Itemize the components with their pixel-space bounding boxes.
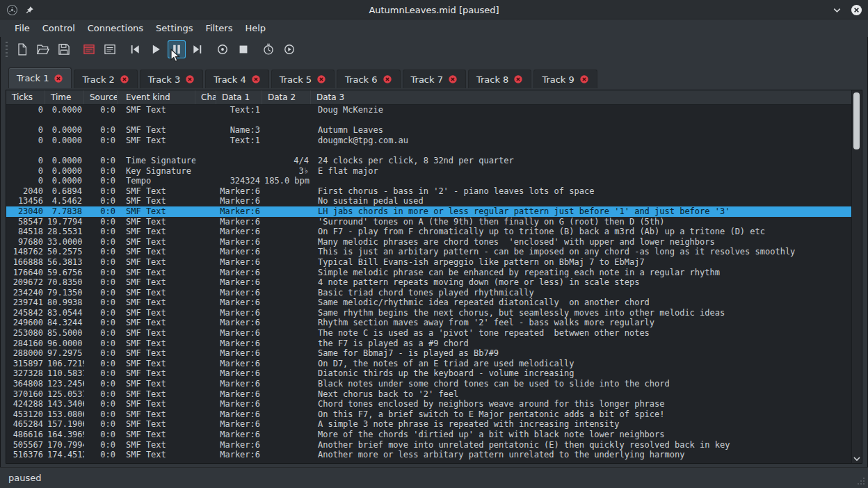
- table-row[interactable]: [6, 115, 852, 126]
- table-row[interactable]: 00.00000:0Key Signature3♭E flat major: [6, 166, 852, 177]
- cell: 0:0: [84, 379, 118, 389]
- tab-track-2[interactable]: Track 2: [74, 70, 137, 88]
- table-row[interactable]: 20967270.83500:0SMF TextMarker:64 note p…: [6, 277, 852, 288]
- column-header-data-1[interactable]: Data 1: [216, 90, 262, 104]
- cell: SMF Text: [118, 328, 195, 339]
- column-header-data-3[interactable]: Data 3: [311, 90, 852, 104]
- tab-close-icon[interactable]: [448, 74, 458, 84]
- window-title: AutumnLeaves.mid [paused]: [0, 5, 868, 15]
- table-row[interactable]: 20400.68940:0SMF TextMarker:6First choru…: [6, 186, 852, 197]
- tab-track-7[interactable]: Track 7: [403, 70, 466, 88]
- menu-file[interactable]: File: [8, 20, 36, 36]
- close-button[interactable]: [850, 3, 862, 16]
- table-row[interactable]: 453120153.08060:0SMF TextMarker:6On this…: [6, 409, 852, 420]
- tab-close-icon[interactable]: [54, 74, 63, 83]
- tab-track-1[interactable]: Track 1: [8, 67, 72, 88]
- save-button[interactable]: [55, 40, 73, 58]
- table-row[interactable]: 9768033.00000:0SMF TextMarker:6Many melo…: [6, 237, 852, 247]
- skip-backward-button[interactable]: [126, 40, 144, 58]
- table-row[interactable]: 00.00000:0Tempo324324185.0 bpm: [6, 176, 852, 186]
- column-header-chan[interactable]: Chan: [195, 90, 216, 104]
- vertical-scrollbar[interactable]: [851, 90, 862, 463]
- table-row[interactable]: 28416096.00000:0SMF TextMarker:6the F7 i…: [6, 339, 852, 349]
- table-row[interactable]: 23974180.99380:0SMF TextMarker:6Same mel…: [6, 298, 852, 308]
- menu-connections[interactable]: Connections: [81, 20, 150, 36]
- table-row[interactable]: 465284157.19060:0SMF TextMarker:6A simpl…: [6, 419, 852, 430]
- table-row[interactable]: 17664059.67560:0SMF TextMarker:6Simple m…: [6, 268, 852, 278]
- new-file-button[interactable]: [13, 40, 31, 58]
- cell: [262, 389, 311, 400]
- scrollbar-down-arrow-icon[interactable]: [853, 455, 861, 462]
- table-row[interactable]: 00.00000:0SMF TextName:3Autumn Leaves: [6, 125, 852, 136]
- table-row[interactable]: [6, 145, 852, 156]
- pin-icon[interactable]: [24, 3, 36, 16]
- shade-button[interactable]: [830, 3, 843, 16]
- tab-close-icon[interactable]: [251, 74, 261, 84]
- table-row[interactable]: 424288143.34060:0SMF TextMarker:6Chord t…: [6, 399, 852, 409]
- cell: LH jabs chords in more or less regular p…: [311, 206, 852, 217]
- stop-button[interactable]: [234, 40, 252, 58]
- column-header-data-2[interactable]: Data 2: [262, 90, 311, 104]
- table-row[interactable]: 516376174.45120:0SMF TextMarker:6Another…: [6, 450, 852, 460]
- table-row[interactable]: 230407.78380:0SMF TextMarker:6LH jabs ch…: [6, 206, 852, 217]
- pause-button[interactable]: [168, 40, 186, 58]
- table-row[interactable]: 24584283.05440:0SMF TextMarker:6Same rhy…: [6, 308, 852, 318]
- cell: [195, 288, 216, 298]
- table-row[interactable]: 25308085.50000:0SMF TextMarker:6The note…: [6, 328, 852, 339]
- cell: [195, 318, 216, 328]
- table-row[interactable]: 5854719.77940:0SMF TextMarker:6'Surround…: [6, 217, 852, 227]
- column-header-event-kind[interactable]: Event kind: [118, 90, 195, 104]
- table-row[interactable]: 486616164.39690:0SMF TextMarker:6More of…: [6, 430, 852, 440]
- table-row[interactable]: 134564.54620:0SMF TextMarker:6No sustain…: [6, 196, 852, 206]
- tab-close-icon[interactable]: [579, 74, 589, 84]
- tab-track-6[interactable]: Track 6: [337, 70, 400, 88]
- table-row[interactable]: 28800097.29750:0SMF TextMarker:6Same for…: [6, 348, 852, 359]
- table-row[interactable]: 24960084.32440:0SMF TextMarker:6Rhythm s…: [6, 318, 852, 328]
- cell: 249600: [6, 318, 45, 328]
- table-row[interactable]: 364808123.24560:0SMF TextMarker:6Black n…: [6, 379, 852, 389]
- table-row[interactable]: 370160125.05370:0SMF TextMarker:6Next ch…: [6, 389, 852, 400]
- table-row[interactable]: 327328110.58370:0SMF TextMarker:6Diatoni…: [6, 368, 852, 379]
- record-events-button[interactable]: [80, 40, 98, 58]
- table-row[interactable]: 23424079.13500:0SMF TextMarker:6Basic tr…: [6, 288, 852, 298]
- clock-button[interactable]: [259, 40, 278, 58]
- resize-grip[interactable]: [856, 476, 866, 486]
- table-row[interactable]: 315897106.72190:0SMF TextMarker:6On D7, …: [6, 359, 852, 369]
- table-row[interactable]: 00.00000:0SMF TextText:1dougmck@tpg.com.…: [6, 136, 852, 146]
- menu-settings[interactable]: Settings: [150, 20, 199, 36]
- table-row[interactable]: 8451828.55310:0SMF TextMarker:6On F7 - p…: [6, 227, 852, 237]
- timer-play-button[interactable]: [280, 40, 298, 58]
- cell: [6, 115, 45, 126]
- skip-forward-button[interactable]: [188, 40, 207, 58]
- menu-filters[interactable]: Filters: [199, 20, 239, 36]
- menu-control[interactable]: Control: [36, 20, 81, 36]
- column-header-ticks[interactable]: Ticks: [6, 90, 45, 104]
- tab-track-4[interactable]: Track 4: [205, 70, 268, 88]
- table-row[interactable]: 00.00000:0SMF TextText:1Doug McKenzie: [6, 105, 852, 115]
- scrollbar-thumb[interactable]: [853, 92, 860, 149]
- tab-close-icon[interactable]: [316, 74, 326, 84]
- play-button[interactable]: [147, 40, 165, 58]
- open-file-button[interactable]: [34, 40, 52, 58]
- cell: SMF Text: [118, 318, 195, 328]
- tab-track-8[interactable]: Track 8: [468, 70, 531, 88]
- table-row[interactable]: 00.00000:0Time Signature4/424 clocks per…: [6, 156, 852, 166]
- table-row[interactable]: 16688856.38130:0SMF TextMarker:6Typical …: [6, 257, 852, 268]
- title-bar[interactable]: AutumnLeaves.mid [paused]: [0, 0, 868, 19]
- tab-track-3[interactable]: Track 3: [140, 70, 203, 88]
- cell: First chorus - bass in '2' - piano leave…: [311, 186, 852, 197]
- table-row[interactable]: 14876250.25750:0SMF TextMarker:6This is …: [6, 247, 852, 257]
- tab-close-icon[interactable]: [185, 74, 195, 84]
- column-header-source[interactable]: Source: [84, 90, 118, 104]
- tab-track-9[interactable]: Track 9: [533, 70, 597, 88]
- tab-close-icon[interactable]: [383, 74, 392, 84]
- tab-close-icon[interactable]: [120, 74, 129, 84]
- tab-close-icon[interactable]: [513, 74, 523, 84]
- event-list-button[interactable]: [101, 40, 119, 58]
- toolbar-grip[interactable]: [6, 42, 8, 57]
- menu-help[interactable]: Help: [239, 20, 272, 36]
- record-button[interactable]: [214, 40, 232, 58]
- table-row[interactable]: 505567170.79940:0SMF TextMarker:6Another…: [6, 440, 852, 450]
- tab-track-5[interactable]: Track 5: [271, 70, 335, 88]
- column-header-time[interactable]: Time: [45, 90, 84, 104]
